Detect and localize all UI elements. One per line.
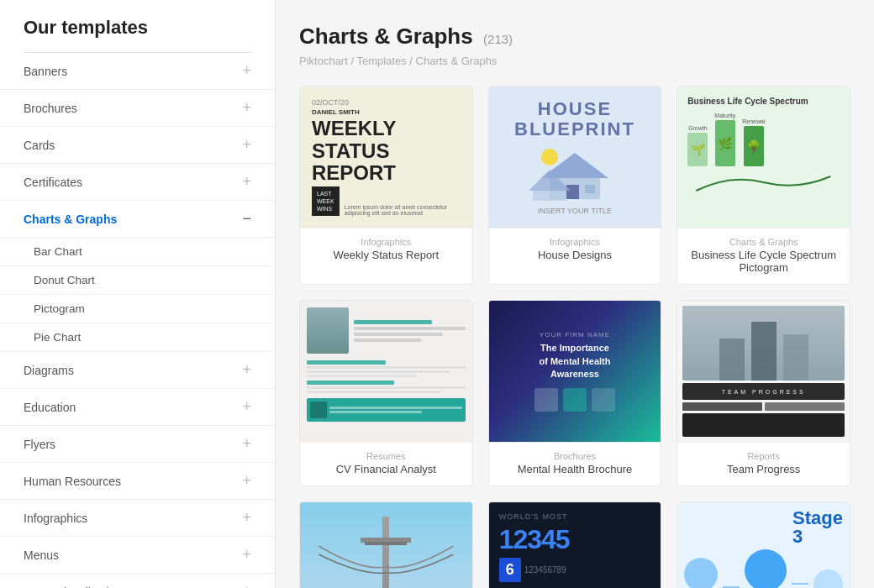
sidebar-item-certificates[interactable]: Certificates + [0, 164, 275, 201]
template-info-mental-health: BrochuresMental Health Brochure [489, 442, 661, 486]
plus-icon: + [242, 361, 251, 379]
plus-icon: + [242, 583, 251, 588]
templates-grid: 02/OCT/20 DANIEL SMITH WEEKLYSTATUSREPOR… [299, 86, 850, 588]
sidebar-item-human-resources[interactable]: Human Resources + [0, 463, 275, 500]
template-card-weekly-status[interactable]: 02/OCT/20 DANIEL SMITH WEEKLYSTATUSREPOR… [299, 86, 473, 285]
svg-rect-6 [533, 191, 566, 201]
svg-rect-3 [566, 185, 579, 199]
main-header: Charts & Graphs (213) [299, 24, 850, 50]
sidebar-item-bar-chart[interactable]: Bar Chart [0, 238, 275, 266]
template-thumb-weekly-status: 02/OCT/20 DANIEL SMITH WEEKLYSTATUSREPOR… [300, 87, 472, 228]
sidebar-items-container: Banners +Brochures +Cards +Certificates … [0, 53, 275, 588]
template-title-house-designs: House Designs [499, 249, 651, 261]
template-thumb-card9: Stage3 Stage 1 Stage 3 [677, 502, 850, 588]
plus-icon: + [242, 62, 251, 80]
sidebar-item-education[interactable]: Education + [0, 389, 275, 426]
sidebar-sub-charts-graphs: Bar ChartDonut ChartPictogramPie Chart [0, 238, 275, 352]
template-thumb-card8: WORLD'S MOST 12345 6 123456789 [489, 502, 661, 588]
template-card-card8[interactable]: WORLD'S MOST 12345 6 123456789 Infograph… [488, 501, 662, 588]
svg-point-0 [541, 149, 558, 165]
sidebar-item-label-diagrams: Diagrams [24, 364, 74, 377]
template-category-house-designs: Infographics [499, 237, 651, 247]
plus-icon: + [242, 435, 251, 453]
sidebar-item-label-news-visualization: News Visualization [24, 585, 122, 589]
sidebar-item-diagrams[interactable]: Diagrams + [0, 352, 275, 389]
plus-icon: + [242, 472, 251, 490]
sidebar-item-label-banners: Banners [24, 65, 67, 78]
template-title-business-life-cycle: Business Life Cycle Spectrum Pictogram [687, 249, 840, 274]
sidebar-item-label-flyers: Flyers [24, 438, 55, 451]
sidebar-item-infographics[interactable]: Infographics + [0, 500, 275, 537]
plus-icon: + [242, 398, 251, 416]
sidebar-item-cards[interactable]: Cards + [0, 127, 275, 164]
template-title-team-progress: Team Progress [687, 463, 840, 475]
template-thumb-mental-health: YOUR FIRM NAME The Importanceof Mental H… [489, 301, 661, 442]
sidebar-item-menus[interactable]: Menus + [0, 537, 275, 574]
sidebar: Our templates Banners +Brochures +Cards … [0, 0, 276, 588]
template-info-house-designs: InfographicsHouse Designs [489, 228, 661, 271]
template-category-cv-financial: Resumes [310, 451, 462, 461]
template-card-card9[interactable]: Stage3 Stage 1 Stage 3 [677, 501, 850, 588]
sidebar-item-label-human-resources: Human Resources [24, 475, 121, 488]
template-title-cv-financial: CV Financial Analyst [310, 463, 462, 475]
svg-rect-4 [585, 185, 595, 193]
plus-icon: + [242, 99, 251, 117]
page-title: Charts & Graphs [299, 24, 473, 49]
sidebar-item-label-infographics: Infographics [24, 512, 87, 525]
sidebar-item-label-charts-graphs: Charts & Graphs [24, 213, 117, 226]
template-card-cv-financial[interactable]: ResumesCV Financial Analyst [299, 300, 473, 486]
breadcrumb: Piktochart / Templates / Charts & Graphs [299, 55, 850, 67]
template-info-cv-financial: ResumesCV Financial Analyst [300, 442, 472, 486]
template-thumb-business-life-cycle: Business Life Cycle Spectrum Growth 🌱 Ma… [677, 87, 850, 228]
template-info-business-life-cycle: Charts & GraphsBusiness Life Cycle Spect… [677, 228, 850, 284]
sidebar-item-charts-graphs[interactable]: Charts & Graphs − [0, 201, 275, 238]
minus-icon: − [242, 210, 251, 228]
template-title-weekly-status: Weekly Status Report [310, 249, 462, 261]
template-info-team-progress: ReportsTeam Progress [677, 442, 850, 486]
plus-icon: + [242, 546, 251, 564]
plus-icon: + [242, 136, 251, 154]
template-card-team-progress[interactable]: TEAM PROGRESS ReportsTeam Progress [677, 300, 850, 486]
template-info-weekly-status: InfographicsWeekly Status Report [300, 228, 472, 271]
template-card-house-designs[interactable]: HOUSEBLUEPRINT INSERT YOUR TITLE Infogra… [488, 86, 662, 285]
breadcrumb-sep2: / [409, 55, 415, 67]
sidebar-item-flyers[interactable]: Flyers + [0, 426, 275, 463]
template-card-mental-health[interactable]: YOUR FIRM NAME The Importanceof Mental H… [488, 300, 662, 486]
template-title-mental-health: Mental Health Brochure [499, 463, 651, 475]
sidebar-item-label-certificates: Certificates [24, 176, 82, 189]
sidebar-item-banners[interactable]: Banners + [0, 53, 275, 90]
template-category-team-progress: Reports [687, 451, 840, 461]
template-count: (213) [483, 32, 513, 46]
breadcrumb-templates[interactable]: Templates [356, 55, 406, 67]
sidebar-item-donut-chart[interactable]: Donut Chart [0, 266, 275, 295]
sidebar-item-label-education: Education [24, 401, 76, 414]
template-card-business-life-cycle[interactable]: Business Life Cycle Spectrum Growth 🌱 Ma… [677, 86, 850, 285]
template-thumb-team-progress: TEAM PROGRESS [677, 301, 850, 442]
template-thumb-cv-financial [300, 301, 472, 442]
template-thumb-card7 [300, 502, 472, 588]
sidebar-item-label-brochures: Brochures [24, 102, 77, 115]
breadcrumb-current: Charts & Graphs [416, 55, 498, 67]
sidebar-item-brochures[interactable]: Brochures + [0, 90, 275, 127]
sidebar-item-label-cards: Cards [24, 139, 55, 152]
sidebar-item-pictogram[interactable]: Pictogram [0, 295, 275, 323]
breadcrumb-root[interactable]: Piktochart [299, 55, 348, 67]
template-thumb-house-designs: HOUSEBLUEPRINT INSERT YOUR TITLE [489, 87, 661, 228]
sidebar-title: Our templates [0, 17, 275, 52]
sidebar-item-pie-chart[interactable]: Pie Chart [0, 323, 275, 352]
plus-icon: + [242, 509, 251, 527]
template-card-card7[interactable]: InfographicsElectric Pole [299, 501, 473, 588]
main-content: Charts & Graphs (213) Piktochart / Templ… [276, 0, 874, 588]
template-category-weekly-status: Infographics [310, 237, 462, 247]
template-category-mental-health: Brochures [499, 451, 651, 461]
sidebar-item-news-visualization[interactable]: News Visualization + [0, 574, 275, 588]
plus-icon: + [242, 173, 251, 191]
template-category-business-life-cycle: Charts & Graphs [687, 237, 840, 247]
sidebar-item-label-menus: Menus [24, 549, 59, 562]
